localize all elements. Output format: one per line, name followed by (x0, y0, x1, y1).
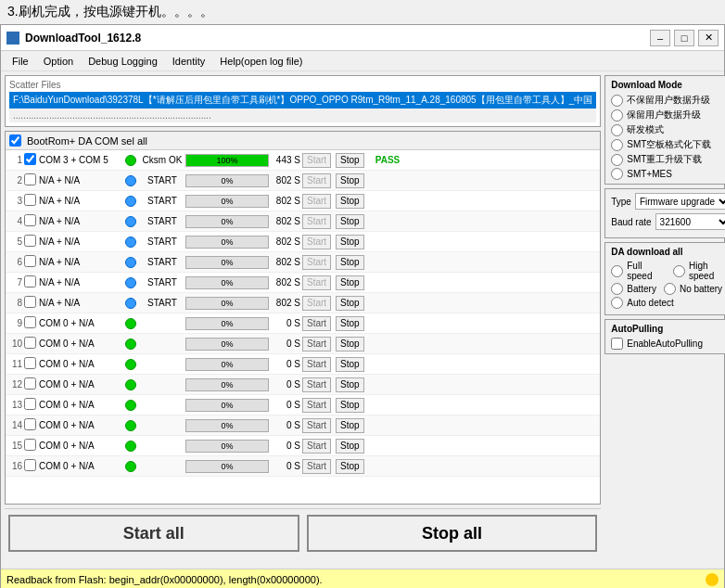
row-stop-button[interactable]: Stop (336, 214, 364, 229)
row-stop-btn-wrap: Stop (336, 439, 369, 454)
row-start-button[interactable]: Start (302, 153, 331, 168)
row-checkbox[interactable] (24, 235, 36, 247)
table-row: 10 COM 0 + N/A 0% 0 S Start Stop (6, 334, 600, 354)
row-start-btn-wrap: Start (302, 153, 336, 168)
row-start-btn-wrap: Start (302, 316, 336, 331)
select-all-checkbox[interactable] (9, 134, 21, 147)
row-start-button[interactable]: Start (302, 398, 331, 413)
baud-select[interactable]: 321600 (655, 213, 725, 230)
row-stop-button[interactable]: Stop (336, 377, 364, 392)
download-mode-title: Download Mode (611, 80, 725, 90)
menu-option[interactable]: Option (36, 54, 81, 69)
row-checkbox[interactable] (24, 337, 36, 349)
download-mode-option-6[interactable]: SMT+MES (611, 168, 725, 180)
progress-text: 0% (186, 461, 268, 472)
row-start-button[interactable]: Start (302, 377, 331, 392)
row-checkbox[interactable] (24, 316, 36, 328)
download-mode-option-4[interactable]: SMT空板格式化下载 (611, 138, 725, 151)
row-checkbox[interactable] (24, 214, 36, 226)
row-com: COM 0 + N/A (39, 379, 122, 390)
menu-debug-logging[interactable]: Debug Logging (81, 54, 165, 69)
row-checkbox[interactable] (24, 194, 36, 206)
download-mode-option-2[interactable]: 保留用户数据升级 (611, 109, 725, 121)
row-stop-button[interactable]: Stop (336, 173, 364, 188)
progress-text: 0% (186, 339, 268, 350)
row-start-button[interactable]: Start (302, 235, 331, 249)
download-mode-option-3[interactable]: 研发模式 (611, 123, 725, 136)
row-led (122, 339, 139, 350)
row-checkbox-wrap (24, 337, 39, 351)
da-full-speed[interactable]: Full speed (611, 261, 666, 281)
close-button[interactable]: ✕ (698, 30, 719, 46)
progress-text: 0% (186, 318, 268, 329)
scatter-path-1[interactable]: F:\BaiduYunDownload\392378L【*请解压后用包里自带工具… (9, 92, 596, 109)
row-stop-button[interactable]: Stop (336, 439, 364, 454)
type-select[interactable]: Firmware upgrade (635, 193, 725, 210)
stop-all-button[interactable]: Stop all (307, 515, 598, 552)
table-row: 14 COM 0 + N/A 0% 0 S Start Stop (6, 415, 600, 436)
row-stop-button[interactable]: Stop (336, 398, 364, 413)
row-checkbox[interactable] (24, 459, 36, 471)
da-battery-row: Battery No battery (611, 283, 725, 295)
row-start-button[interactable]: Start (302, 194, 331, 209)
row-start-button[interactable]: Start (302, 418, 331, 433)
row-start-button[interactable]: Start (302, 459, 331, 474)
row-led (122, 196, 139, 207)
da-auto-detect[interactable]: Auto detect (611, 297, 674, 309)
row-checkbox[interactable] (24, 418, 36, 430)
row-checkbox[interactable] (24, 296, 36, 308)
led-indicator (125, 277, 136, 288)
row-led (122, 441, 139, 452)
row-checkbox[interactable] (24, 275, 36, 288)
type-row: Type Firmware upgrade (611, 193, 725, 210)
row-start-button[interactable]: Start (302, 255, 331, 270)
menu-identity[interactable]: Identity (165, 54, 212, 69)
minimize-button[interactable]: – (650, 30, 670, 46)
row-stop-button[interactable]: Stop (336, 459, 364, 474)
row-stop-button[interactable]: Stop (336, 337, 364, 352)
download-mode-option-5[interactable]: SMT重工升级下载 (611, 153, 725, 166)
da-battery[interactable]: Battery (611, 283, 656, 295)
row-start-button[interactable]: Start (302, 316, 331, 331)
row-stop-button[interactable]: Stop (336, 194, 364, 209)
row-stop-button[interactable]: Stop (336, 275, 364, 290)
start-all-button[interactable]: Start all (8, 515, 299, 552)
row-start-button[interactable]: Start (302, 296, 331, 311)
enable-autopulling-label[interactable]: EnableAutoPulling (611, 338, 725, 350)
row-time: 0 S (269, 339, 302, 349)
da-high-speed[interactable]: High speed (673, 261, 725, 281)
row-start-button[interactable]: Start (302, 214, 331, 229)
enable-autopulling-checkbox[interactable] (611, 338, 623, 350)
row-start-button[interactable]: Start (302, 275, 331, 290)
row-checkbox[interactable] (24, 357, 36, 369)
row-checkbox[interactable] (24, 398, 36, 410)
led-indicator (125, 216, 136, 227)
row-time: 0 S (269, 420, 302, 430)
row-stop-button[interactable]: Stop (336, 418, 364, 433)
row-checkbox-wrap (24, 377, 39, 391)
row-start-button[interactable]: Start (302, 337, 331, 352)
row-stop-button[interactable]: Stop (336, 296, 364, 311)
row-checkbox[interactable] (24, 439, 36, 451)
row-start-button[interactable]: Start (302, 357, 331, 372)
row-start-button[interactable]: Start (302, 439, 331, 454)
row-start-button[interactable]: Start (302, 173, 331, 188)
menu-file[interactable]: File (5, 54, 36, 69)
menu-help[interactable]: Help(open log file) (212, 54, 310, 69)
row-stop-button[interactable]: Stop (336, 235, 364, 249)
row-checkbox[interactable] (24, 153, 36, 165)
row-progress-bar: 0% (185, 317, 269, 330)
row-checkbox[interactable] (24, 255, 36, 267)
row-stop-button[interactable]: Stop (336, 153, 364, 168)
row-stop-button[interactable]: Stop (336, 357, 364, 372)
maximize-button[interactable]: □ (674, 30, 694, 46)
row-stop-button[interactable]: Stop (336, 316, 364, 331)
row-led (122, 420, 139, 431)
led-indicator (125, 461, 136, 472)
row-checkbox[interactable] (24, 377, 36, 390)
row-checkbox[interactable] (24, 173, 36, 185)
row-stop-btn-wrap: Stop (336, 296, 369, 311)
row-stop-button[interactable]: Stop (336, 255, 364, 270)
da-no-battery[interactable]: No battery (664, 283, 722, 295)
download-mode-option-1[interactable]: 不保留用户数据升级 (611, 94, 725, 107)
